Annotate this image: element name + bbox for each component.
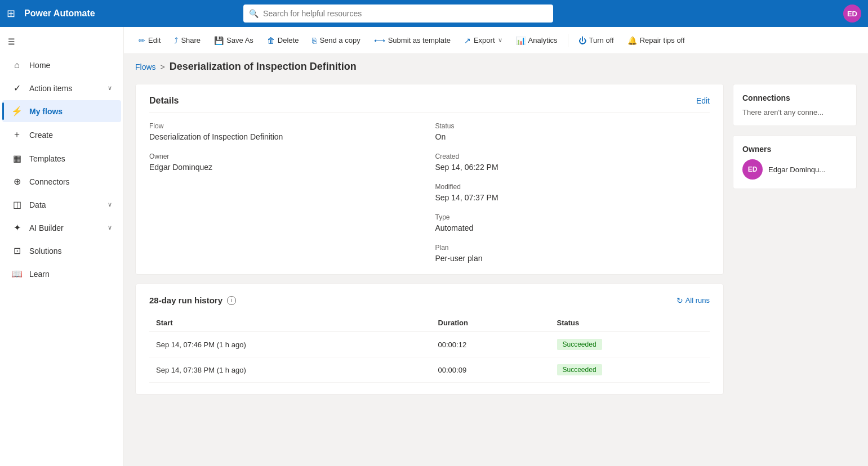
main-panel: Details Edit Flow Deserialization of Ins… (135, 84, 724, 457)
sidebar-item-label: Home (29, 61, 50, 70)
sidebar-item-learn[interactable]: 📖 Learn (2, 263, 121, 285)
created-value: Sep 14, 06:22 PM (435, 163, 710, 172)
table-row[interactable]: Sep 14, 07:38 PM (1 h ago) 00:00:09 Succ… (149, 357, 710, 383)
learn-icon: 📖 (11, 268, 23, 279)
solutions-icon: ⊡ (11, 245, 23, 256)
status-value: On (435, 132, 710, 141)
details-card-title: Details (149, 96, 179, 106)
sidebar-item-label: Learn (29, 270, 50, 279)
detail-flow: Flow Deserialization of Inspection Defin… (149, 122, 424, 141)
sidebar-item-label: Action items (29, 84, 72, 93)
save-as-icon: 💾 (214, 36, 224, 45)
connections-title: Connections (742, 93, 847, 102)
run-history-card: 28-day run history i ↻ All runs Start Du… (135, 284, 724, 395)
repair-tips-label: Repair tips off (640, 36, 685, 44)
avatar[interactable]: ED (843, 5, 861, 23)
breadcrumb: Flows > Deserialization of Inspection De… (124, 54, 868, 75)
all-runs-link[interactable]: ↻ All runs (676, 296, 710, 305)
detail-owner: Owner Edgar Dominquez (149, 153, 424, 172)
sidebar-item-ai-builder[interactable]: ✦ AI Builder ∨ (2, 217, 121, 239)
run-history-title: 28-day run history (149, 295, 222, 305)
search-bar[interactable]: 🔍 (243, 5, 553, 23)
hamburger-button[interactable]: ☰ (0, 32, 123, 52)
chevron-down-icon: ∨ (108, 201, 112, 208)
edit-button[interactable]: ✏ Edit (133, 33, 166, 48)
repair-tips-button[interactable]: 🔔 Repair tips off (622, 33, 691, 48)
run-status: Succeeded (550, 332, 710, 357)
all-runs-refresh-icon: ↻ (676, 296, 683, 305)
chevron-down-icon: ∨ (108, 224, 112, 231)
plan-label: Plan (435, 244, 710, 252)
all-runs-label: All runs (686, 296, 710, 304)
sidebar-item-action-items[interactable]: ✓ Action items ∨ (2, 77, 121, 99)
sidebar-item-create[interactable]: ＋ Create (2, 123, 121, 146)
submit-template-label: Submit as template (388, 36, 451, 44)
flow-value: Deserialization of Inspection Definition (149, 132, 424, 141)
share-button[interactable]: ⤴ Share (168, 33, 206, 48)
sidebar-item-data[interactable]: ◫ Data ∨ (2, 194, 121, 216)
delete-icon: 🗑 (267, 36, 275, 45)
col-duration: Duration (431, 314, 550, 332)
info-icon[interactable]: i (227, 296, 236, 305)
toolbar-divider (568, 34, 568, 47)
col-status: Status (550, 314, 710, 332)
main-layout: ☰ ⌂ Home ✓ Action items ∨ ⚡ My flows ＋ C… (0, 27, 868, 466)
run-history-header: 28-day run history i ↻ All runs (149, 295, 710, 305)
details-edit-link[interactable]: Edit (696, 96, 710, 105)
owners-card: Owners ED Edgar Dominqu... (733, 135, 857, 189)
owner-name: Edgar Dominqu... (768, 165, 825, 174)
edit-label: Edit (148, 36, 161, 44)
run-start: Sep 14, 07:46 PM (1 h ago) (149, 332, 431, 357)
analytics-button[interactable]: 📊 Analytics (510, 33, 563, 48)
page-content: Details Edit Flow Deserialization of Ins… (124, 75, 868, 466)
sidebar-item-solutions[interactable]: ⊡ Solutions (2, 240, 121, 262)
sidebar-item-label: My flows (29, 107, 63, 116)
export-dropdown-icon: ∨ (498, 37, 502, 44)
right-panel: Connections There aren't any conne... Ow… (733, 84, 857, 457)
action-toolbar: ✏ Edit ⤴ Share 💾 Save As 🗑 Delete ⎘ Send… (124, 27, 868, 54)
search-input[interactable] (263, 9, 547, 18)
edit-icon: ✏ (139, 36, 145, 45)
sidebar-item-label: AI Builder (29, 223, 64, 232)
detail-spacer2 (149, 213, 424, 232)
detail-created: Created Sep 14, 06:22 PM (435, 153, 710, 172)
detail-status: Status On (435, 122, 710, 141)
breadcrumb-current: Deserialization of Inspection Definition (170, 61, 357, 73)
status-label: Status (435, 122, 710, 130)
send-copy-button[interactable]: ⎘ Send a copy (306, 33, 366, 48)
sidebar-item-label: Solutions (29, 247, 62, 256)
run-status: Succeeded (550, 357, 710, 383)
share-label: Share (181, 36, 201, 44)
sidebar-item-my-flows[interactable]: ⚡ My flows (2, 100, 121, 122)
sidebar-item-connectors[interactable]: ⊕ Connectors (2, 171, 121, 192)
hamburger-icon: ☰ (8, 37, 15, 46)
templates-icon: ▦ (11, 153, 23, 164)
detail-spacer (149, 183, 424, 202)
connectors-icon: ⊕ (11, 176, 23, 187)
waffle-icon[interactable]: ⊞ (7, 7, 15, 20)
action-items-icon: ✓ (11, 83, 23, 93)
details-card-header: Details Edit (149, 96, 710, 113)
turn-off-label: Turn off (589, 36, 614, 44)
submit-template-button[interactable]: ⟷ Submit as template (368, 33, 456, 48)
sidebar-item-templates[interactable]: ▦ Templates (2, 147, 121, 169)
export-label: Export (474, 36, 495, 44)
table-header-row: Start Duration Status (149, 314, 710, 332)
modified-label: Modified (435, 183, 710, 191)
analytics-icon: 📊 (516, 36, 526, 45)
detail-modified: Modified Sep 14, 07:37 PM (435, 183, 710, 202)
save-as-button[interactable]: 💾 Save As (208, 33, 259, 48)
send-copy-icon: ⎘ (312, 36, 317, 45)
repair-tips-icon: 🔔 (627, 36, 637, 45)
owner-label: Owner (149, 153, 424, 160)
breadcrumb-parent[interactable]: Flows (135, 62, 156, 71)
connections-empty: There aren't any conne... (742, 108, 847, 116)
table-row[interactable]: Sep 14, 07:46 PM (1 h ago) 00:00:12 Succ… (149, 332, 710, 357)
turn-off-button[interactable]: ⏻ Turn off (573, 33, 620, 48)
delete-button[interactable]: 🗑 Delete (261, 33, 305, 48)
ai-builder-icon: ✦ (11, 222, 23, 233)
sidebar-item-home[interactable]: ⌂ Home (2, 55, 121, 76)
owner-value: Edgar Dominquez (149, 163, 424, 172)
export-button[interactable]: ↗ Export ∨ (459, 33, 508, 48)
run-duration: 00:00:12 (431, 332, 550, 357)
